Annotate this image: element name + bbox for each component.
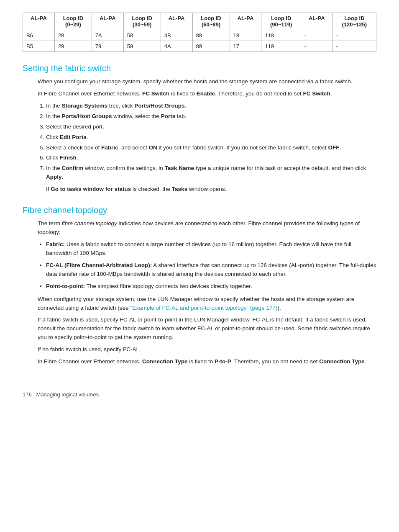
section1-para2-bold3: FC Switch — [303, 90, 330, 97]
col-header-loopid1: Loop ID(0~29) — [54, 13, 92, 30]
section1-para2-suffix: . Therefore, you do not need to set — [215, 90, 303, 97]
col-header-loopid2: Loop ID(30~59) — [123, 13, 161, 30]
bullet-fcal: FC-AL (Fibre Channel-Arbitrated Loop): A… — [46, 261, 376, 279]
col-header-loopid5: Loop ID(120~125) — [332, 13, 376, 30]
section2-bullet-list: Fabric: Uses a fabric switch to connect … — [46, 240, 376, 291]
section1-para2-mid: is fixed to — [169, 90, 197, 97]
alpa-table: AL-PA Loop ID(0~29) AL-PA Loop ID(30~59)… — [23, 13, 376, 52]
table-row: B5 29 79 59 4A 89 17 119 - - — [23, 41, 376, 52]
col-header-loopid3: Loop ID(60~89) — [192, 13, 230, 30]
col-header-alpa4: AL-PA — [230, 13, 261, 30]
col-header-loopid4: Loop ID(90~119) — [261, 13, 301, 30]
section2-para1: The term fibre channel topology indicate… — [38, 219, 376, 237]
step-2: In the Ports/Host Groups window, select … — [46, 112, 376, 121]
bullet-ptp: Point-to-point: The simplest fibre topol… — [46, 282, 376, 291]
section2-link[interactable]: "Example of FC-AL and point-to-point top… — [130, 305, 277, 311]
step-4: Click Edit Ports. — [46, 133, 376, 142]
section1-para2: In Fibre Channel over Ethernet networks,… — [38, 90, 376, 98]
section1-para2-prefix: In Fibre Channel over Ethernet networks, — [38, 90, 142, 97]
section1-para2-bold1: FC Switch — [142, 90, 169, 97]
table-row: B6 28 7A 58 4B 88 18 118 - - — [23, 30, 376, 41]
section1-heading: Setting the fabric switch — [23, 64, 376, 73]
section2-para2: When configuring your storage system, us… — [38, 295, 376, 313]
section2-heading: Fibre channel topology — [23, 206, 376, 215]
col-header-alpa2: AL-PA — [92, 13, 123, 30]
page-footer: 176 Managing logical volumes — [23, 391, 376, 398]
section1-para2-end: . — [330, 90, 332, 97]
col-header-alpa5: AL-PA — [301, 13, 332, 30]
section2-para4: If no fabric switch is used, specify FC-… — [38, 345, 376, 354]
step-5: Select a check box of Fabric, and select… — [46, 144, 376, 152]
step-1: In the Storage Systems tree, click Ports… — [46, 102, 376, 111]
section1-subnote: If Go to tasks window for status is chec… — [46, 185, 376, 194]
page-number: 176 — [23, 391, 32, 398]
section1-para1: When you configure your storage system, … — [38, 77, 376, 86]
section2-para5: In Fibre Channel over Ethernet networks,… — [38, 357, 376, 366]
section2-para3: If a fabric switch is used, specify FC-A… — [38, 316, 376, 342]
footer-label: Managing logical volumes — [36, 391, 99, 398]
section1-para2-bold2: Enable — [197, 90, 215, 97]
col-header-alpa3: AL-PA — [161, 13, 192, 30]
step-6: Click Finish. — [46, 154, 376, 162]
step-7: In the Confirm window, confirm the setti… — [46, 164, 376, 182]
col-header-alpa1: AL-PA — [23, 13, 55, 30]
step-3: Select the desired port. — [46, 123, 376, 131]
section1-steps: In the Storage Systems tree, click Ports… — [46, 102, 376, 182]
bullet-fabric: Fabric: Uses a fabric switch to connect … — [46, 240, 376, 258]
